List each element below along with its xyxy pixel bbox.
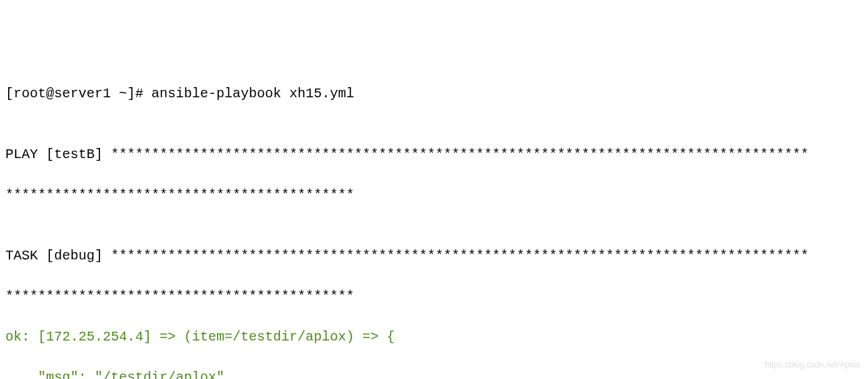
shell-prompt: [root@server1 ~]# <box>5 86 151 101</box>
task-header-line2: ****************************************… <box>5 286 863 307</box>
command-text: ansible-playbook xh15.yml <box>151 86 354 101</box>
task-header-line1: TASK [debug] ***************************… <box>5 246 863 266</box>
play-header-line2: ****************************************… <box>5 185 863 205</box>
command-line[interactable]: [root@server1 ~]# ansible-playbook xh15.… <box>5 84 863 104</box>
ok-item-header: ok: [172.25.254.4] => (item=/testdir/apl… <box>5 327 863 347</box>
play-header-line1: PLAY [testB] ***************************… <box>5 145 863 165</box>
watermark-text: https://blog.csdn.net/Aplox <box>765 359 860 371</box>
ok-item-msg: "msg": "/testdir/aplox" <box>5 368 863 379</box>
